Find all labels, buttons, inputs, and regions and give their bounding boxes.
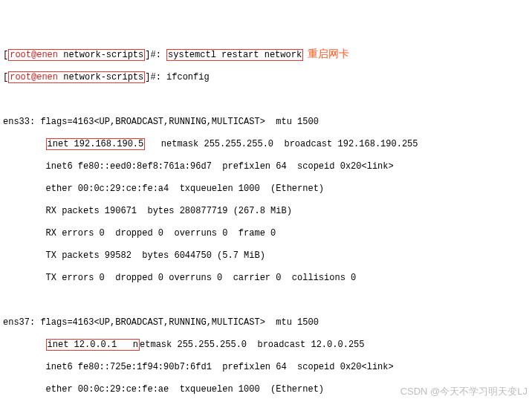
terminal-line-cmd2: [root@enen network-scripts]#: ifconfig xyxy=(3,72,529,83)
ens33-tx-packets: TX packets 99582 bytes 6044750 (5.7 MiB) xyxy=(3,250,529,262)
ens33-inet-box: inet 192.168.190.5 xyxy=(46,138,146,150)
watermark: CSDN @今天不学习明天变LJ xyxy=(400,386,528,398)
ens33-rx-errors: RX errors 0 dropped 0 overruns 0 frame 0 xyxy=(3,228,529,239)
ens37-inet-rest: etmask 255.255.255.0 broadcast 12.0.0.25… xyxy=(140,340,364,350)
ens37-inet-box: inet 12.0.0.1 n xyxy=(46,339,140,351)
prompt-user: root@enen xyxy=(10,72,58,82)
ens37-inet6: inet6 fe80::725e:1f94:90b7:6fd1 prefixle… xyxy=(3,362,529,373)
ens33-tx-errors: TX errors 0 dropped 0 overruns 0 carrier… xyxy=(3,273,529,284)
prompt-sep: #: xyxy=(150,72,160,82)
prompt-box: root@enen network-scripts xyxy=(8,71,145,83)
prompt-dir: network-scripts xyxy=(63,50,143,60)
blank-line xyxy=(3,295,529,306)
prompt-user: root@enen xyxy=(10,50,58,60)
prompt-box: root@enen network-scripts xyxy=(8,49,145,61)
ens33-inet: inet 192.168.190.5 netmask 255.255.255.0… xyxy=(3,139,529,150)
blank-line xyxy=(3,94,529,106)
restart-annotation: 重启网卡 xyxy=(308,48,349,59)
prompt-sep: #: xyxy=(150,50,160,60)
ens37-inet: inet 12.0.0.1 netmask 255.255.255.0 broa… xyxy=(3,340,529,351)
cmd1-box: systemctl restart network xyxy=(166,49,303,61)
prompt-dir: network-scripts xyxy=(63,72,143,82)
ens33-rx-packets: RX packets 190671 bytes 280877719 (267.8… xyxy=(3,206,529,217)
ens37-header: ens37: flags=4163<UP,BROADCAST,RUNNING,M… xyxy=(3,317,529,328)
ens33-header: ens33: flags=4163<UP,BROADCAST,RUNNING,M… xyxy=(3,117,529,128)
ens33-inet6: inet6 fe80::eed0:8ef8:761a:96d7 prefixle… xyxy=(3,161,529,172)
terminal-line-cmd1: [root@enen network-scripts]#: systemctl … xyxy=(3,48,529,61)
ens33-inet-rest: netmask 255.255.255.0 broadcast 192.168.… xyxy=(145,139,418,149)
ens33-ether: ether 00:0c:29:ce:fe:a4 txqueuelen 1000 … xyxy=(3,184,529,195)
cmd2: ifconfig xyxy=(166,72,210,82)
